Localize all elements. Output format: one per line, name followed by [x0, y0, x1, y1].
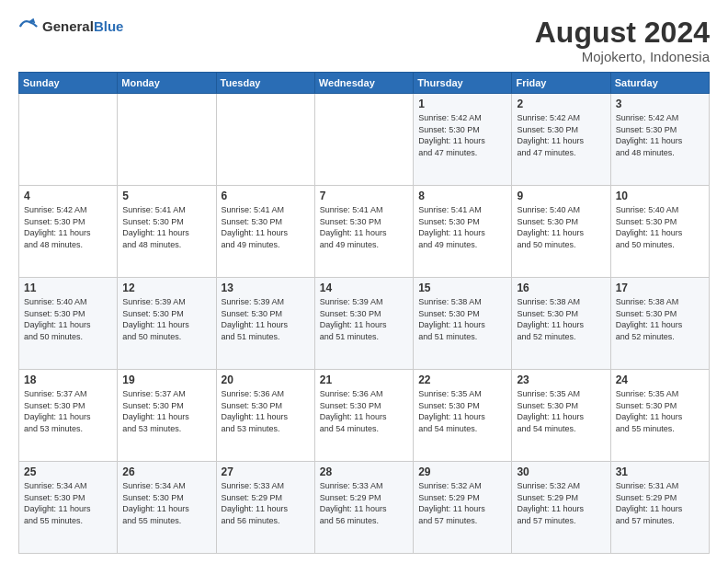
cell-info: Sunrise: 5:31 AM Sunset: 5:29 PM Dayligh…: [616, 480, 704, 526]
calendar-cell-2-4: 15Sunrise: 5:38 AM Sunset: 5:30 PM Dayli…: [414, 278, 512, 370]
cell-info: Sunrise: 5:36 AM Sunset: 5:30 PM Dayligh…: [222, 388, 310, 434]
calendar-cell-0-5: 2Sunrise: 5:42 AM Sunset: 5:30 PM Daylig…: [512, 94, 610, 186]
cell-info: Sunrise: 5:41 AM Sunset: 5:30 PM Dayligh…: [122, 204, 210, 250]
day-number: 29: [418, 465, 506, 478]
calendar-header-row: Sunday Monday Tuesday Wednesday Thursday…: [19, 73, 710, 94]
calendar-cell-2-3: 14Sunrise: 5:39 AM Sunset: 5:30 PM Dayli…: [314, 278, 413, 370]
calendar-cell-3-0: 18Sunrise: 5:37 AM Sunset: 5:30 PM Dayli…: [19, 370, 118, 462]
day-number: 2: [517, 98, 605, 110]
cell-info: Sunrise: 5:35 AM Sunset: 5:30 PM Dayligh…: [616, 388, 704, 434]
logo-icon: [18, 17, 39, 37]
cell-info: Sunrise: 5:35 AM Sunset: 5:30 PM Dayligh…: [418, 388, 506, 434]
day-number: 13: [222, 282, 310, 294]
calendar-cell-1-5: 9Sunrise: 5:40 AM Sunset: 5:30 PM Daylig…: [512, 186, 610, 278]
col-friday: Friday: [512, 73, 610, 94]
cell-info: Sunrise: 5:37 AM Sunset: 5:30 PM Dayligh…: [122, 388, 210, 434]
cell-info: Sunrise: 5:39 AM Sunset: 5:30 PM Dayligh…: [222, 296, 310, 342]
day-number: 22: [418, 373, 506, 386]
week-row-0: 1Sunrise: 5:42 AM Sunset: 5:30 PM Daylig…: [19, 94, 710, 186]
calendar-cell-3-4: 22Sunrise: 5:35 AM Sunset: 5:30 PM Dayli…: [414, 370, 512, 462]
calendar-cell-1-4: 8Sunrise: 5:41 AM Sunset: 5:30 PM Daylig…: [414, 186, 512, 278]
calendar-cell-2-5: 16Sunrise: 5:38 AM Sunset: 5:30 PM Dayli…: [512, 278, 610, 370]
cell-info: Sunrise: 5:32 AM Sunset: 5:29 PM Dayligh…: [418, 480, 506, 526]
col-tuesday: Tuesday: [216, 73, 314, 94]
cell-info: Sunrise: 5:40 AM Sunset: 5:30 PM Dayligh…: [517, 204, 605, 250]
day-number: 28: [320, 465, 408, 478]
day-number: 20: [222, 373, 310, 386]
col-monday: Monday: [118, 73, 216, 94]
calendar-cell-1-6: 10Sunrise: 5:40 AM Sunset: 5:30 PM Dayli…: [610, 186, 709, 278]
calendar-cell-3-2: 20Sunrise: 5:36 AM Sunset: 5:30 PM Dayli…: [216, 370, 314, 462]
cell-info: Sunrise: 5:33 AM Sunset: 5:29 PM Dayligh…: [222, 480, 310, 526]
day-number: 1: [418, 98, 506, 110]
day-number: 18: [24, 373, 112, 386]
day-number: 5: [122, 190, 210, 202]
calendar-cell-3-3: 21Sunrise: 5:36 AM Sunset: 5:30 PM Dayli…: [314, 370, 413, 462]
cell-info: Sunrise: 5:34 AM Sunset: 5:30 PM Dayligh…: [122, 480, 210, 526]
calendar-cell-4-5: 30Sunrise: 5:32 AM Sunset: 5:29 PM Dayli…: [512, 462, 610, 554]
cell-info: Sunrise: 5:40 AM Sunset: 5:30 PM Dayligh…: [24, 296, 112, 342]
col-saturday: Saturday: [610, 73, 709, 94]
calendar-cell-4-4: 29Sunrise: 5:32 AM Sunset: 5:29 PM Dayli…: [414, 462, 512, 554]
header: GeneralBlue August 2024 Mojokerto, Indon…: [18, 17, 710, 64]
cell-info: Sunrise: 5:38 AM Sunset: 5:30 PM Dayligh…: [616, 296, 704, 342]
calendar-cell-1-1: 5Sunrise: 5:41 AM Sunset: 5:30 PM Daylig…: [118, 186, 216, 278]
day-number: 31: [616, 465, 704, 478]
cell-info: Sunrise: 5:33 AM Sunset: 5:29 PM Dayligh…: [320, 480, 408, 526]
cell-info: Sunrise: 5:38 AM Sunset: 5:30 PM Dayligh…: [517, 296, 605, 342]
day-number: 30: [517, 465, 605, 478]
cell-info: Sunrise: 5:35 AM Sunset: 5:30 PM Dayligh…: [517, 388, 605, 434]
day-number: 26: [122, 465, 210, 478]
day-number: 8: [418, 190, 506, 202]
week-row-2: 11Sunrise: 5:40 AM Sunset: 5:30 PM Dayli…: [19, 278, 710, 370]
calendar-cell-4-1: 26Sunrise: 5:34 AM Sunset: 5:30 PM Dayli…: [118, 462, 216, 554]
cell-info: Sunrise: 5:42 AM Sunset: 5:30 PM Dayligh…: [517, 112, 605, 158]
cell-info: Sunrise: 5:42 AM Sunset: 5:30 PM Dayligh…: [616, 112, 704, 158]
day-number: 14: [320, 282, 408, 294]
logo: GeneralBlue: [18, 17, 123, 37]
day-number: 17: [616, 282, 704, 294]
calendar-cell-2-1: 12Sunrise: 5:39 AM Sunset: 5:30 PM Dayli…: [118, 278, 216, 370]
location: Mojokerto, Indonesia: [535, 49, 710, 64]
day-number: 11: [24, 282, 112, 294]
calendar-cell-2-6: 17Sunrise: 5:38 AM Sunset: 5:30 PM Dayli…: [610, 278, 709, 370]
cell-info: Sunrise: 5:41 AM Sunset: 5:30 PM Dayligh…: [320, 204, 408, 250]
day-number: 12: [122, 282, 210, 294]
cell-info: Sunrise: 5:36 AM Sunset: 5:30 PM Dayligh…: [320, 388, 408, 434]
day-number: 9: [517, 190, 605, 202]
day-number: 27: [222, 465, 310, 478]
cell-info: Sunrise: 5:42 AM Sunset: 5:30 PM Dayligh…: [24, 204, 112, 250]
week-row-4: 25Sunrise: 5:34 AM Sunset: 5:30 PM Dayli…: [19, 462, 710, 554]
cell-info: Sunrise: 5:32 AM Sunset: 5:29 PM Dayligh…: [517, 480, 605, 526]
cell-info: Sunrise: 5:42 AM Sunset: 5:30 PM Dayligh…: [418, 112, 506, 158]
day-number: 3: [616, 98, 704, 110]
logo-text: GeneralBlue: [42, 18, 123, 35]
day-number: 6: [222, 190, 310, 202]
cell-info: Sunrise: 5:41 AM Sunset: 5:30 PM Dayligh…: [418, 204, 506, 250]
calendar-cell-0-2: [216, 94, 314, 186]
calendar-cell-1-0: 4Sunrise: 5:42 AM Sunset: 5:30 PM Daylig…: [19, 186, 118, 278]
calendar-table: Sunday Monday Tuesday Wednesday Thursday…: [18, 72, 710, 554]
cell-info: Sunrise: 5:38 AM Sunset: 5:30 PM Dayligh…: [418, 296, 506, 342]
calendar-cell-4-2: 27Sunrise: 5:33 AM Sunset: 5:29 PM Dayli…: [216, 462, 314, 554]
month-year: August 2024: [535, 17, 710, 49]
calendar-cell-4-6: 31Sunrise: 5:31 AM Sunset: 5:29 PM Dayli…: [610, 462, 709, 554]
day-number: 4: [24, 190, 112, 202]
day-number: 21: [320, 373, 408, 386]
day-number: 7: [320, 190, 408, 202]
day-number: 10: [616, 190, 704, 202]
day-number: 24: [616, 373, 704, 386]
calendar-cell-0-1: [118, 94, 216, 186]
calendar-cell-1-2: 6Sunrise: 5:41 AM Sunset: 5:30 PM Daylig…: [216, 186, 314, 278]
day-number: 16: [517, 282, 605, 294]
calendar-cell-4-0: 25Sunrise: 5:34 AM Sunset: 5:30 PM Dayli…: [19, 462, 118, 554]
cell-info: Sunrise: 5:34 AM Sunset: 5:30 PM Dayligh…: [24, 480, 112, 526]
week-row-1: 4Sunrise: 5:42 AM Sunset: 5:30 PM Daylig…: [19, 186, 710, 278]
cell-info: Sunrise: 5:37 AM Sunset: 5:30 PM Dayligh…: [24, 388, 112, 434]
calendar-cell-2-2: 13Sunrise: 5:39 AM Sunset: 5:30 PM Dayli…: [216, 278, 314, 370]
col-thursday: Thursday: [414, 73, 512, 94]
col-sunday: Sunday: [19, 73, 118, 94]
day-number: 25: [24, 465, 112, 478]
day-number: 15: [418, 282, 506, 294]
page: GeneralBlue August 2024 Mojokerto, Indon…: [0, 0, 728, 563]
